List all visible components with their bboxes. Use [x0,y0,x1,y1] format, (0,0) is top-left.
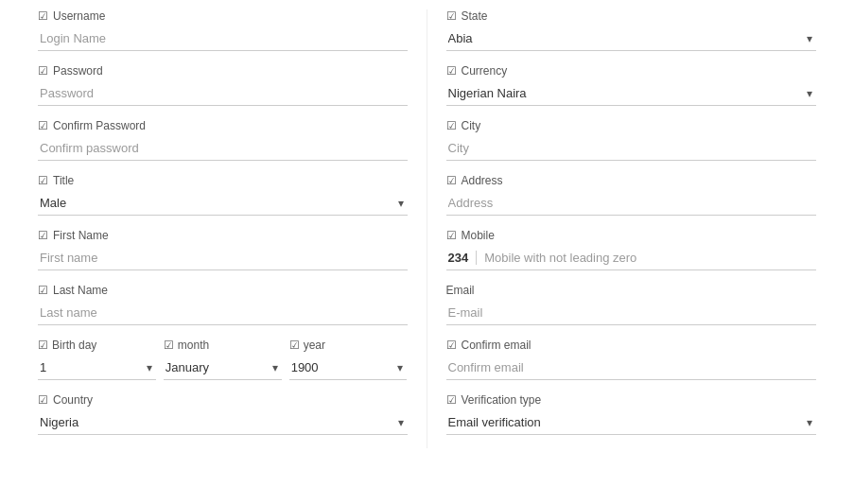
city-input[interactable] [446,136,817,161]
birthday-year-select[interactable]: 190019501970 1980199020002010 [289,356,408,380]
mobile-edit-icon: ☑ [446,229,457,242]
birthday-month-field: ☑ month JanuaryFebruaryMarch AprilMayJun… [164,339,282,380]
email-input[interactable] [446,301,817,325]
verification-type-select[interactable]: Email verificationSMS verificationNone [446,410,817,435]
confirm-email-edit-icon: ☑ [446,339,457,352]
mobile-row: 234 [446,246,817,270]
title-group: ☑ Title Male Female Other ▾ [38,174,408,216]
birthday-month-icon: ☑ [164,339,174,352]
state-group: ☑ State AbiaLagosAbujaKanoRivers ▾ [446,9,817,51]
address-group: ☑ Address [446,174,817,216]
birthday-day-field: ☑ Birth day 12345 678910 15202531 ▾ [38,339,156,380]
currency-edit-icon: ☑ [446,64,457,78]
first-name-group: ☑ First Name [38,229,408,270]
birthday-day-icon: ☑ [38,339,48,352]
birthday-group: ☑ Birth day 12345 678910 15202531 ▾ [38,339,408,380]
password-input[interactable] [38,81,408,106]
state-label: ☑ State [446,9,817,23]
left-column: ☑ Username ☑ Password ☑ Confirm Password [19,9,427,448]
confirm-password-group: ☑ Confirm Password [38,119,408,161]
verification-type-label: ☑ Verification type [446,393,817,407]
registration-form: ☑ Username ☑ Password ☑ Confirm Password [0,0,854,458]
confirm-password-label: ☑ Confirm Password [38,119,408,132]
currency-label: ☑ Currency [446,64,817,78]
birthday-year-select-wrapper: 190019501970 1980199020002010 ▾ [289,356,408,380]
email-group: Email [446,284,817,325]
password-label: ☑ Password [38,64,408,78]
birthday-day-select-wrapper: 12345 678910 15202531 ▾ [38,356,156,380]
state-select-wrapper: AbiaLagosAbujaKanoRivers ▾ [446,26,817,51]
verification-type-select-wrapper: Email verificationSMS verificationNone ▾ [446,410,817,435]
username-input[interactable] [38,26,408,51]
birthday-year-icon: ☑ [289,339,300,352]
address-input[interactable] [446,191,817,216]
birthday-day-label: ☑ Birth day [38,339,156,352]
birthday-month-label: ☑ month [164,339,282,352]
city-edit-icon: ☑ [446,119,457,132]
password-group: ☑ Password [38,64,408,106]
last-name-label: ☑ Last Name [38,284,408,297]
country-edit-icon: ☑ [38,393,48,407]
mobile-label: ☑ Mobile [446,229,817,242]
title-select-wrapper: Male Female Other ▾ [38,191,408,216]
country-label: ☑ Country [38,393,408,407]
address-label: ☑ Address [446,174,817,187]
username-edit-icon: ☑ [38,9,48,23]
title-edit-icon: ☑ [38,174,48,187]
last-name-group: ☑ Last Name [38,284,408,325]
city-label: ☑ City [446,119,817,132]
last-name-edit-icon: ☑ [38,284,48,297]
first-name-label: ☑ First Name [38,229,408,242]
country-group: ☑ Country NigeriaGhanaKenyaSouth Africa … [38,393,408,435]
birthday-year-field: ☑ year 190019501970 1980199020002010 ▾ [289,339,408,380]
confirm-password-edit-icon: ☑ [38,119,48,132]
currency-select[interactable]: Nigerian NairaUS DollarBritish PoundEuro [446,81,817,106]
country-select-wrapper: NigeriaGhanaKenyaSouth Africa ▾ [38,410,408,435]
confirm-email-label: ☑ Confirm email [446,339,817,352]
title-label: ☑ Title [38,174,408,187]
birthday-year-label: ☑ year [289,339,408,352]
last-name-input[interactable] [38,301,408,325]
first-name-edit-icon: ☑ [38,229,48,242]
confirm-email-group: ☑ Confirm email [446,339,817,380]
birthday-row: ☑ Birth day 12345 678910 15202531 ▾ [38,339,408,380]
verification-type-group: ☑ Verification type Email verificationSM… [446,393,817,435]
mobile-country-code: 234 [448,251,478,265]
first-name-input[interactable] [38,246,408,270]
state-select[interactable]: AbiaLagosAbujaKanoRivers [446,26,817,51]
currency-select-wrapper: Nigerian NairaUS DollarBritish PoundEuro… [446,81,817,106]
username-label: ☑ Username [38,9,408,23]
birthday-month-select-wrapper: JanuaryFebruaryMarch AprilMayJune JulyAu… [164,356,282,380]
state-edit-icon: ☑ [446,9,457,23]
mobile-group: ☑ Mobile 234 [446,229,817,270]
title-select[interactable]: Male Female Other [38,191,408,216]
birthday-month-select[interactable]: JanuaryFebruaryMarch AprilMayJune JulyAu… [164,356,282,380]
verification-type-edit-icon: ☑ [446,393,457,407]
confirm-password-input[interactable] [38,136,408,161]
confirm-email-input[interactable] [446,356,817,380]
address-edit-icon: ☑ [446,174,457,187]
country-select[interactable]: NigeriaGhanaKenyaSouth Africa [38,410,408,435]
username-group: ☑ Username [38,9,408,51]
password-edit-icon: ☑ [38,64,48,78]
city-group: ☑ City [446,119,817,161]
right-column: ☑ State AbiaLagosAbujaKanoRivers ▾ ☑ Cur… [427,9,836,448]
currency-group: ☑ Currency Nigerian NairaUS DollarBritis… [446,64,817,106]
email-label: Email [446,284,817,297]
birthday-day-select[interactable]: 12345 678910 15202531 [38,356,156,380]
mobile-input[interactable] [484,251,814,265]
